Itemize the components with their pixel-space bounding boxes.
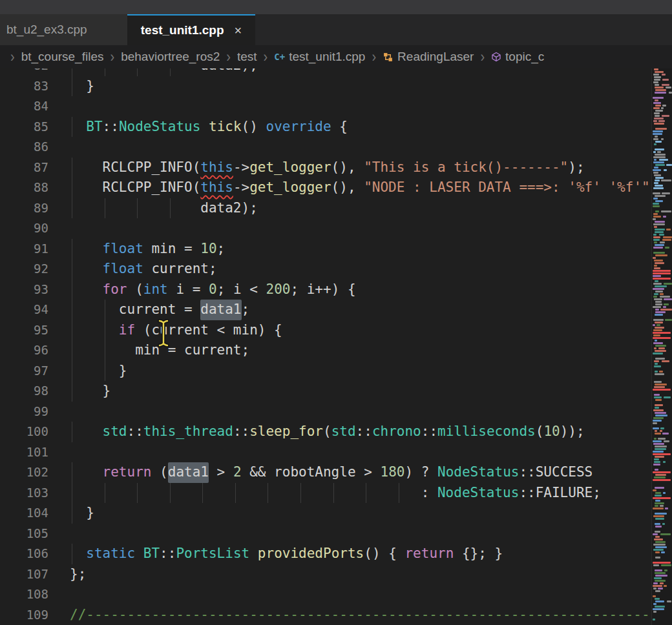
code-line[interactable]: 85 BT::NodeStatus tick() override {	[0, 117, 651, 138]
minimap[interactable]	[651, 68, 672, 625]
code-line[interactable]: 96 min = current;	[0, 340, 651, 361]
minimap-line	[660, 533, 671, 535]
minimap-line	[655, 474, 666, 476]
code-line[interactable]: 108	[0, 584, 651, 605]
minimap-line	[654, 360, 659, 362]
tab-bt-u2-ex3[interactable]: bt_u2_ex3.cpp	[0, 14, 127, 45]
code-line[interactable]: 89 data2);	[0, 198, 651, 219]
minimap-line	[665, 507, 668, 509]
minimap-line	[655, 244, 664, 246]
minimap-line	[655, 371, 658, 373]
code-line[interactable]: 91 float min = 10;	[0, 239, 651, 260]
minimap-line	[654, 396, 662, 398]
minimap-line	[655, 384, 667, 385]
minimap-line	[653, 588, 656, 589]
code-line[interactable]: 101	[0, 442, 651, 463]
code-line[interactable]: 102 return (data1 > 2 && robotAngle > 18…	[0, 462, 651, 483]
breadcrumb-item-behaviortree-ros2[interactable]: behaviortree_ros2	[121, 50, 220, 64]
code-line[interactable]: 105	[0, 524, 651, 544]
minimap-line	[666, 229, 671, 231]
minimap-line	[653, 218, 656, 220]
breadcrumb-item-topic-c[interactable]: topic_c	[491, 50, 544, 64]
code-line-text: min = current;	[70, 340, 249, 361]
code-line[interactable]: 87 RCLCPP_INFO(this->get_logger(), "This…	[0, 158, 651, 178]
code-line[interactable]: 99	[0, 402, 651, 422]
minimap-line	[654, 241, 657, 243]
line-number: 90	[0, 218, 48, 239]
code-line[interactable]: 107};	[0, 564, 651, 585]
minimap-line	[655, 358, 665, 360]
minimap-line	[653, 582, 658, 584]
minimap-line	[664, 169, 667, 171]
minimap-line	[653, 275, 661, 277]
minimap-line	[653, 471, 671, 473]
code-line[interactable]: 94 current = data1;	[0, 300, 651, 320]
code-line[interactable]: 100 std::this_thread::sleep_for(std::chr…	[0, 422, 651, 442]
minimap-line	[662, 239, 671, 241]
minimap-line	[655, 557, 660, 558]
minimap-line	[653, 585, 662, 587]
code-line[interactable]: 104 }	[0, 503, 651, 524]
breadcrumb-item-test[interactable]: test	[237, 50, 257, 64]
breadcrumb-item-test-unit1-cpp[interactable]: C+test_unit1.cpp	[274, 50, 365, 64]
minimap-line	[655, 404, 663, 406]
minimap-line	[653, 102, 661, 104]
code-line[interactable]: 93 for (int i = 0; i < 200; i++) {	[0, 280, 651, 300]
chevron-right-icon: ›	[10, 48, 15, 65]
chevron-right-icon: ›	[264, 48, 268, 65]
code-line[interactable]: 97 }	[0, 361, 651, 382]
code-line[interactable]: 90	[0, 218, 651, 239]
minimap-line	[655, 345, 666, 347]
breadcrumb-label: behaviortree_ros2	[121, 50, 220, 64]
minimap-line	[661, 107, 664, 109]
code-line[interactable]: 98 }	[0, 381, 651, 402]
minimap-line	[663, 236, 672, 238]
close-icon[interactable]: ×	[235, 23, 242, 38]
minimap-line	[653, 562, 671, 564]
minimap-line	[662, 74, 666, 76]
code-line[interactable]: 92 float current;	[0, 259, 651, 280]
minimap-line	[655, 518, 664, 520]
code-line[interactable]: 106 static BT::PortsList providedPorts()…	[0, 544, 651, 564]
minimap-line	[653, 234, 656, 236]
code-line[interactable]: 83 }	[0, 76, 651, 97]
minimap-line	[655, 89, 666, 91]
code-line[interactable]: 84	[0, 96, 651, 117]
code-line[interactable]: 82 data2);	[0, 68, 651, 76]
line-number: 101	[0, 442, 48, 463]
line-number: 91	[0, 239, 48, 260]
minimap-line	[653, 138, 658, 140]
minimap-line	[653, 133, 662, 135]
minimap-line	[654, 267, 660, 269]
minimap-line	[653, 223, 665, 225]
code-line[interactable]: 109//-----------------------------------…	[0, 605, 651, 625]
minimap-line	[658, 438, 666, 440]
minimap-line	[653, 451, 664, 453]
tab-label: bt_u2_ex3.cpp	[6, 23, 87, 37]
tab-test-unit1[interactable]: test_unit1.cpp ×	[127, 14, 255, 45]
minimap-line	[655, 195, 666, 197]
code-line[interactable]: 88 RCLCPP_INFO(this->get_logger(), "NODE…	[0, 178, 651, 198]
chevron-right-icon: ›	[226, 48, 231, 65]
minimap-line	[654, 167, 658, 169]
minimap-line	[655, 154, 666, 156]
minimap-line	[661, 551, 665, 553]
code-editor[interactable]: 82 data2);83 }8485 BT::NodeStatus tick()…	[0, 68, 651, 625]
breadcrumb: ›bt_course_files›behaviortree_ros2›test›…	[0, 45, 672, 68]
minimap-line	[662, 84, 669, 86]
code-line[interactable]: 95 if (current < min) {	[0, 320, 651, 341]
minimap-line	[655, 600, 664, 602]
minimap-line	[657, 151, 661, 153]
minimap-line	[654, 461, 660, 463]
code-line[interactable]: 103 : NodeStatus::FAILURE;	[0, 483, 651, 504]
chevron-right-icon: ›	[480, 48, 485, 65]
minimap-line	[654, 79, 660, 81]
code-line[interactable]: 86	[0, 137, 651, 158]
breadcrumb-item-bt-course-files[interactable]: bt_course_files	[21, 50, 104, 64]
minimap-line	[653, 288, 664, 290]
minimap-line	[655, 363, 658, 365]
breadcrumb-item-readinglaser[interactable]: ReadingLaser	[383, 50, 474, 64]
minimap-line	[660, 430, 662, 432]
minimap-line	[653, 389, 671, 391]
minimap-line	[655, 164, 665, 166]
